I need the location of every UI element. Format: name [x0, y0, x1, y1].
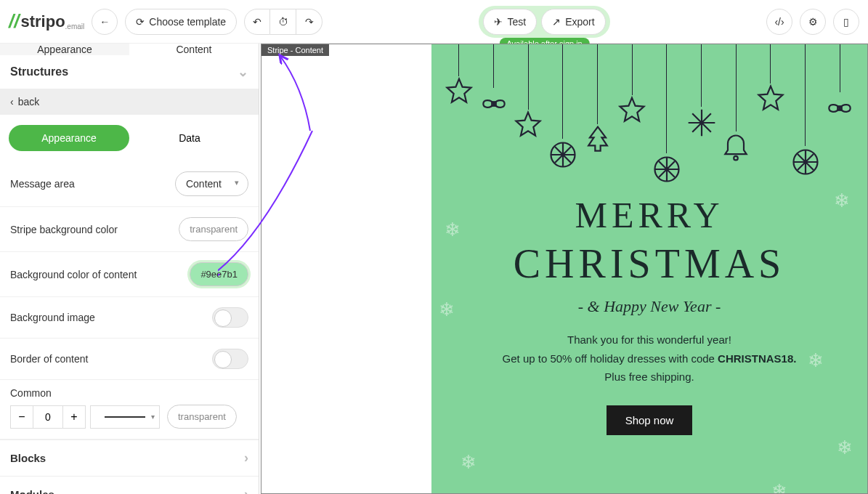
stepper-input[interactable] [33, 405, 62, 429]
border-width-stepper: − + [10, 405, 86, 429]
mobile-icon: ▯ [843, 16, 849, 28]
arrow-left-icon: ← [100, 16, 110, 28]
undo-button[interactable]: ↶ [244, 9, 270, 35]
ornament-bow-icon [476, 44, 511, 120]
prop-message-area: Message area Content [0, 161, 259, 207]
send-icon: ✈ [494, 16, 503, 28]
message-area-select[interactable]: Content [175, 171, 248, 196]
ornament-star-icon [511, 44, 545, 142]
ornament-star-icon [615, 44, 649, 127]
blocks-section[interactable]: Blocks › [0, 440, 259, 476]
bg-image-toggle[interactable] [212, 307, 248, 328]
export-icon: ↗ [552, 16, 561, 28]
pill-appearance[interactable]: Appearance [9, 125, 129, 151]
ornament-bow-icon [822, 44, 857, 124]
common-label: Common [10, 387, 248, 399]
border-label: Border of content [10, 353, 88, 365]
logo-name: stripo [20, 12, 65, 31]
code-icon: ‹/› [774, 16, 784, 28]
topbar: // stripo .email ← ⟳ Choose template ↶ ⏱… [0, 0, 868, 44]
ornament-star-icon [753, 44, 788, 116]
history-button[interactable]: ⏱ [270, 9, 296, 35]
canvas-inner: Stripe - Content ❄ ❄ ❄ ❄ ❄ ❄ ❄ [261, 44, 868, 494]
border-style-select[interactable] [90, 405, 160, 429]
selection-tag: Stripe - Content [261, 44, 329, 56]
back-label: back [18, 96, 40, 108]
hero-title-line1: MERRY [453, 194, 845, 236]
choose-template-label: Choose template [149, 16, 226, 28]
border-color[interactable]: transparent [167, 405, 237, 429]
structures-label: Structures [10, 65, 68, 78]
redo-button[interactable]: ↷ [296, 9, 323, 35]
stripe-bg-color[interactable]: transparent [179, 217, 248, 241]
test-export-highlight: ✈ Test ↗ Export Available after sign in [479, 6, 609, 38]
code-view-button[interactable]: ‹/› [766, 9, 792, 35]
undo-icon: ↶ [253, 16, 261, 28]
sidebar: Appearance Content Structures ⌄ ‹ back A… [0, 44, 259, 494]
blocks-label: Blocks [10, 452, 46, 464]
border-toggle[interactable] [212, 349, 248, 369]
chevron-right-icon: › [244, 487, 248, 494]
hero-title-line2: CHRISTMAS [453, 240, 845, 287]
message-area-label: Message area [10, 178, 75, 190]
modules-label: Modules [10, 488, 54, 494]
prop-common: Common − + transparent [0, 380, 259, 440]
content-bg-label: Background color of content [10, 269, 137, 280]
pill-tabs: Appearance Data [0, 115, 259, 161]
test-button[interactable]: ✈ Test [483, 9, 537, 35]
ornament-bell-icon [718, 44, 753, 163]
modules-section[interactable]: Modules › [0, 476, 259, 494]
hero-subtitle: - & Happy New Year - [453, 297, 845, 316]
settings-button[interactable]: ⚙ [800, 9, 826, 35]
logo-sub: .email [65, 23, 85, 31]
ornament-ball-icon [649, 44, 684, 185]
logo: // stripo .email [9, 10, 84, 33]
sidebar-tabs: Appearance Content [0, 44, 259, 55]
stepper-plus[interactable]: + [62, 405, 86, 429]
tab-appearance[interactable]: Appearance [0, 44, 129, 55]
pill-data[interactable]: Data [129, 125, 250, 151]
hero-body: Thank you for this wonderful year! Get u… [453, 331, 845, 386]
history-group: ↶ ⏱ ↷ [244, 9, 323, 35]
structures-section[interactable]: Structures ⌄ [0, 55, 259, 89]
preview-mobile-button[interactable]: ▯ [833, 9, 859, 35]
back-button-row[interactable]: ‹ back [0, 89, 259, 115]
chevron-left-icon: ‹ [10, 96, 14, 108]
hero: MERRY CHRISTMAS - & Happy New Year - Tha… [431, 194, 867, 435]
gear-icon: ⚙ [808, 16, 818, 28]
prop-content-bg: Background color of content #9ee7b1 [0, 252, 259, 297]
ornament-snowflake-icon [684, 44, 719, 139]
prop-border: Border of content [0, 339, 259, 380]
ornament-star-icon [442, 44, 476, 108]
svg-point-3 [734, 156, 738, 161]
refresh-icon: ⟳ [136, 16, 145, 28]
stepper-minus[interactable]: − [10, 405, 33, 429]
redo-icon: ↷ [305, 16, 314, 28]
chevron-right-icon: › [244, 450, 248, 466]
export-button[interactable]: ↗ Export [541, 9, 605, 35]
tab-content[interactable]: Content [129, 44, 259, 55]
promo-code: CHRISTNAS18. [718, 352, 796, 365]
body-line3: Plus free shipping. [604, 370, 694, 383]
ornament-tree-icon [580, 44, 615, 156]
ornaments-row [431, 44, 867, 190]
body-line2a: Get up to 50% off holiday dresses with c… [503, 352, 718, 365]
export-label: Export [565, 16, 594, 28]
chevron-down-icon: ⌄ [238, 64, 248, 80]
prop-bg-image: Background image [0, 297, 259, 339]
content-bg-color[interactable]: #9ee7b1 [190, 262, 248, 286]
bg-image-label: Background image [10, 312, 95, 323]
history-icon: ⏱ [278, 16, 288, 28]
stripe-bg-label: Stripe background color [10, 224, 118, 235]
ornament-ball-icon [545, 44, 580, 171]
ornament-ball-icon [788, 44, 823, 178]
choose-template-button[interactable]: ⟳ Choose template [125, 9, 237, 35]
test-label: Test [507, 16, 526, 28]
back-button[interactable]: ← [92, 9, 118, 35]
shop-now-button[interactable]: Shop now [607, 405, 693, 435]
logo-mark-icon: // [9, 10, 19, 33]
email-content-block[interactable]: ❄ ❄ ❄ ❄ ❄ ❄ ❄ [431, 44, 867, 493]
prop-stripe-bg: Stripe background color transparent [0, 207, 259, 252]
body-line1: Thank you for this wonderful year! [567, 333, 731, 346]
canvas[interactable]: Stripe - Content ❄ ❄ ❄ ❄ ❄ ❄ ❄ [259, 44, 868, 494]
